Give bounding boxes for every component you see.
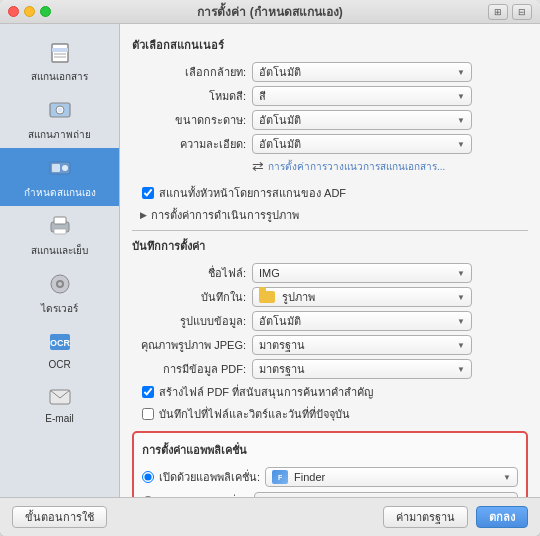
email-sidebar-icon <box>46 382 74 410</box>
content-area: ตัวเลือกสแกนเนอร์ เลือกกล้ายท: อัตโนมัติ… <box>120 24 540 497</box>
sidebar-item-scan-print[interactable]: สแกนและเย็บ <box>0 206 119 264</box>
jpeg-label: คุณภาพรูปภาพ JPEG: <box>132 336 252 354</box>
resolution-row: ความละเอียด: อัตโนมัติ ▼ <box>132 134 528 154</box>
sidebar-label-driver: ไดรเวอร์ <box>41 301 78 316</box>
sidebar-item-scan-photo[interactable]: สแกนภาพถ่าย <box>0 90 119 148</box>
adf-checkbox[interactable] <box>142 187 154 199</box>
toolbar-icon-1[interactable]: ⊞ <box>488 4 508 20</box>
defaults-button[interactable]: ค่ามาตรฐาน <box>383 506 468 528</box>
main-content: สแกนเอกสาร สแกนภาพถ่าย <box>0 24 540 497</box>
minimize-button[interactable] <box>24 6 35 17</box>
pdf-searchable-label[interactable]: สร้างไฟล์ PDF ที่สนับสนุนการค้นหาคำสำคัญ <box>159 383 373 401</box>
sidebar-item-driver[interactable]: ไดรเวอร์ <box>0 264 119 322</box>
date-label[interactable]: บันทึกไปที่ไฟล์และวิตร์และวันที่ที่ปัจจุ… <box>159 405 350 423</box>
titlebar-icons: ⊞ ⊟ <box>488 4 532 20</box>
svg-point-9 <box>62 165 68 171</box>
saveto-value: รูปภาพ <box>282 288 315 306</box>
svg-point-15 <box>58 282 62 286</box>
ok-button[interactable]: ตกลง <box>476 506 528 528</box>
format-control[interactable]: อัตโนมัติ ▼ <box>252 311 472 331</box>
scanner-section-title: ตัวเลือกสแกนเนอร์ <box>132 36 528 54</box>
format-value: อัตโนมัติ <box>259 312 301 330</box>
sidebar: สแกนเอกสาร สแกนภาพถ่าย <box>0 24 120 497</box>
pdf-searchable-checkbox[interactable] <box>142 386 154 398</box>
sidebar-label-ocr: OCR <box>48 359 70 370</box>
svg-rect-12 <box>54 229 66 234</box>
sidebar-label-scan-doc: สแกนเอกสาร <box>31 69 88 84</box>
paper-size-control[interactable]: อัตโนมัติ ▼ <box>252 110 472 130</box>
pdf-data-control[interactable]: มาตรฐาน ▼ <box>252 359 472 379</box>
scanner-settings-link[interactable]: การตั้งค่าการวางแนวการสแกนเอกสาร... <box>268 159 445 174</box>
svg-point-6 <box>57 108 62 113</box>
disclosure-arrow-icon: ▶ <box>140 210 147 220</box>
save-section: บันทึกการตั้งค่า ชื่อไฟล์: IMG ▼ บันทึกใ… <box>132 237 528 423</box>
window-title: การตั้งค่า (กำหนดสแกนเอง) <box>197 2 342 21</box>
svg-text:OCR: OCR <box>50 338 71 348</box>
titlebar: การตั้งค่า (กำหนดสแกนเอง) ⊞ ⊟ <box>0 0 540 24</box>
color-mode-arrow: ▼ <box>457 92 465 101</box>
driver-icon <box>46 270 74 298</box>
svg-rect-1 <box>52 48 68 52</box>
color-mode-row: โหมดสี: สี ▼ <box>132 86 528 106</box>
filename-control[interactable]: IMG ▼ <box>252 263 472 283</box>
open-app-select[interactable]: F Finder ▼ <box>265 467 518 487</box>
jpeg-quality-row: คุณภาพรูปภาพ JPEG: มาตรฐาน ▼ <box>132 335 528 355</box>
toolbar-icon-2[interactable]: ⊟ <box>512 4 532 20</box>
filename-value: IMG <box>259 267 280 279</box>
filename-label: ชื่อไฟล์: <box>132 264 252 282</box>
paper-size-arrow: ▼ <box>457 116 465 125</box>
format-row: รูปแบบข้อมูล: อัตโนมัติ ▼ <box>132 311 528 331</box>
open-app-radio[interactable] <box>142 471 154 483</box>
divider-1 <box>132 230 528 231</box>
sidebar-item-email[interactable]: E-mail <box>0 376 119 430</box>
jpeg-control[interactable]: มาตรฐาน ▼ <box>252 335 472 355</box>
scanner-select-control[interactable]: อัตโนมัติ ▼ <box>252 62 472 82</box>
traffic-lights <box>8 6 51 17</box>
adf-checkbox-row: สแกนทั้งหัวหน้าโดยการสแกนของ ADF <box>142 184 528 202</box>
layout-settings-row[interactable]: ▶ การตั้งค่าการดำเนินการรูปภาพ <box>140 206 528 224</box>
paper-size-row: ขนาดกระดาษ: อัตโนมัติ ▼ <box>132 110 528 130</box>
jpeg-value: มาตรฐาน <box>259 336 305 354</box>
custom-scan-icon <box>46 154 74 182</box>
pdf-data-row: การมีข้อมูล PDF: มาตรฐาน ▼ <box>132 359 528 379</box>
app-section: การตั้งค่าแอพพลิเคชั่น เปิดด้วยแอพพลิเคช… <box>132 431 528 497</box>
save-section-title: บันทึกการตั้งค่า <box>132 237 528 255</box>
sidebar-item-custom-scan[interactable]: กำหนดสแกนเอง <box>0 148 119 206</box>
resolution-control[interactable]: อัตโนมัติ ▼ <box>252 134 472 154</box>
saveto-control[interactable]: รูปภาพ ▼ <box>252 287 472 307</box>
sidebar-item-scan-doc[interactable]: สแกนเอกสาร <box>0 32 119 90</box>
close-button[interactable] <box>8 6 19 17</box>
sidebar-item-ocr[interactable]: OCR OCR <box>0 322 119 376</box>
paper-size-label: ขนาดกระดาษ: <box>132 111 252 129</box>
pdf-searchable-row: สร้างไฟล์ PDF ที่สนับสนุนการค้นหาคำสำคัญ <box>142 383 528 401</box>
layout-settings-label: การตั้งค่าการดำเนินการรูปภาพ <box>151 206 299 224</box>
pdf-data-label: การมีข้อมูล PDF: <box>132 360 252 378</box>
scan-print-icon <box>46 212 74 240</box>
main-window: การตั้งค่า (กำหนดสแกนเอง) ⊞ ⊟ สแกนเอกสาร <box>0 0 540 536</box>
format-label: รูปแบบข้อมูล: <box>132 312 252 330</box>
finder-icon: F <box>272 470 288 484</box>
steps-button[interactable]: ขั้นตอนการใช้ <box>12 506 107 528</box>
date-checkbox[interactable] <box>142 408 154 420</box>
footer-right: ค่ามาตรฐาน ตกลง <box>383 506 528 528</box>
open-app-row: เปิดด้วยแอพพลิเคชั่น: F Finder ▼ <box>142 467 518 487</box>
sidebar-label-custom-scan: กำหนดสแกนเอง <box>24 185 96 200</box>
resolution-label: ความละเอียด: <box>132 135 252 153</box>
scanner-select-label: เลือกกล้ายท: <box>132 63 252 81</box>
saveto-icon-wrap: รูปภาพ <box>259 288 315 306</box>
open-app-label[interactable]: เปิดด้วยแอพพลิเคชั่น: <box>159 468 260 486</box>
sidebar-label-email: E-mail <box>45 413 73 424</box>
paper-size-value: อัตโนมัติ <box>259 111 301 129</box>
svg-rect-11 <box>54 217 66 224</box>
scanner-select-section: เลือกกล้ายท: อัตโนมัติ ▼ โหมดสี: สี ▼ ขน… <box>132 62 528 174</box>
footer: ขั้นตอนการใช้ ค่ามาตรฐาน ตกลง <box>0 497 540 536</box>
saveto-label: บันทึกใน: <box>132 288 252 306</box>
filename-row: ชื่อไฟล์: IMG ▼ <box>132 263 528 283</box>
scan-photo-icon <box>46 96 74 124</box>
color-mode-control[interactable]: สี ▼ <box>252 86 472 106</box>
color-mode-value: สี <box>259 87 266 105</box>
app-section-title: การตั้งค่าแอพพลิเคชั่น <box>142 441 518 459</box>
maximize-button[interactable] <box>40 6 51 17</box>
scanner-select-arrow: ▼ <box>457 68 465 77</box>
adf-label[interactable]: สแกนทั้งหัวหน้าโดยการสแกนของ ADF <box>159 184 346 202</box>
